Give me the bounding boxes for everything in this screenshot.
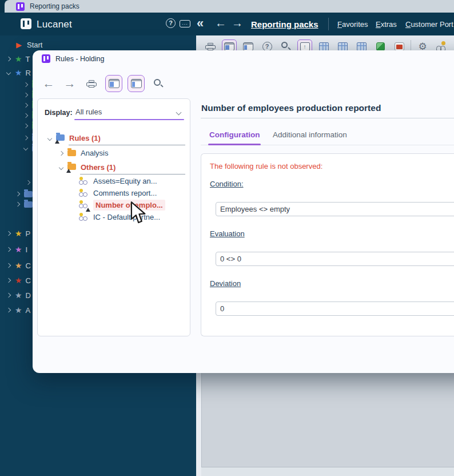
tab-additional-information[interactable]: Additional information — [273, 130, 347, 139]
menu-favorites[interactable]: Favorites — [337, 20, 368, 29]
menu-customer-portal-rest: ustomer Port — [411, 20, 453, 29]
dialog-print-button[interactable] — [83, 75, 100, 92]
chevron-right-icon[interactable] — [6, 293, 11, 298]
star-icon: ★ — [15, 245, 22, 253]
condition-input[interactable] — [216, 202, 454, 216]
tree-rule-ic-default[interactable]: IC - Default partne... — [38, 211, 190, 223]
chevron-right-icon[interactable] — [23, 82, 28, 87]
sidebar-item-label: I — [26, 245, 28, 254]
sidebar-item-r[interactable]: ★ R — [7, 68, 31, 78]
collapse-history-icon[interactable]: « — [197, 16, 204, 31]
rule-icon — [79, 213, 89, 221]
star-icon: ★ — [15, 261, 22, 269]
tree-node-label: Rules (1) — [69, 134, 101, 142]
forward-icon[interactable]: → — [232, 17, 243, 30]
menu-extras-rest: xtras — [381, 20, 397, 29]
chevron-right-icon[interactable] — [59, 150, 63, 155]
sidebar-item-t[interactable]: ★ T — [7, 54, 30, 64]
menu-extras[interactable]: Extras — [376, 20, 397, 29]
tab-configuration[interactable]: Configuration — [209, 130, 260, 139]
header-divider — [328, 18, 329, 30]
folder-icon — [24, 191, 33, 197]
chevron-down-icon[interactable] — [6, 70, 11, 75]
folder-warning-icon — [56, 134, 65, 142]
chevron-right-icon[interactable] — [23, 113, 28, 118]
mouse-cursor — [129, 201, 146, 228]
grid-icon — [319, 42, 329, 51]
gear-icon: ⚙ — [418, 42, 427, 51]
sidebar-item-c2[interactable]: ★ C — [7, 275, 31, 285]
sidebar-item-start[interactable]: ▶ Start — [16, 39, 42, 50]
sidebar-item-p[interactable]: ★ P — [7, 228, 30, 239]
current-page-link[interactable]: Reporting packs — [251, 19, 318, 29]
chevron-right-icon[interactable] — [6, 308, 11, 312]
menu-extras-initial: E — [376, 20, 381, 29]
display-value[interactable]: All rules — [75, 108, 102, 116]
chevron-right-icon[interactable] — [26, 180, 30, 185]
menu-customer-portal[interactable]: Customer Port — [405, 20, 453, 29]
layout-left-alt-icon — [243, 42, 253, 51]
display-filter[interactable]: Display: All rules — [45, 107, 184, 120]
sidebar-folder[interactable] — [16, 199, 33, 209]
sidebar-folder[interactable] — [16, 189, 33, 199]
rules-tree-panel: Display: All rules Rules (1) Analysis Ot… — [37, 98, 190, 336]
feedback-icon[interactable]: ... — [180, 20, 190, 27]
sidebar-item-i[interactable]: ★ I — [7, 244, 27, 255]
dialog-toolbar: ← → — [41, 72, 167, 96]
chevron-down-icon[interactable] — [59, 165, 63, 169]
tree-rule-label: Assets=Equity an... — [93, 177, 157, 185]
chevron-right-icon[interactable] — [6, 263, 11, 268]
chevron-right-icon[interactable] — [15, 202, 20, 207]
menu-favorites-initial: F — [337, 20, 342, 29]
back-icon[interactable]: ← — [215, 17, 226, 30]
window-tab[interactable]: Reporting packs — [5, 0, 454, 13]
tree-underline — [80, 174, 185, 174]
star-icon: ★ — [15, 229, 22, 237]
tree-node-analysis[interactable]: Analysis — [38, 147, 190, 159]
dialog-back-icon[interactable]: ← — [41, 77, 57, 90]
chevron-down-icon[interactable] — [23, 146, 28, 150]
grid-icon — [357, 42, 367, 51]
deviation-input[interactable] — [216, 302, 454, 316]
users-badge-icon — [436, 42, 447, 51]
chevron-right-icon[interactable] — [23, 136, 28, 140]
sidebar-item-c1[interactable]: ★ C — [7, 260, 31, 271]
dialog-layout-button-2[interactable] — [128, 75, 145, 92]
chevron-down-icon[interactable] — [47, 136, 52, 140]
tree-node-rules[interactable]: Rules (1) — [38, 132, 190, 144]
evaluation-input[interactable] — [216, 252, 454, 266]
chevron-right-icon[interactable] — [23, 93, 28, 97]
lucanet-logo-icon — [16, 2, 25, 11]
sidebar-item-label: T — [26, 55, 30, 64]
layout-left-icon — [224, 42, 234, 51]
table-view-icon: ↑ — [300, 42, 310, 51]
tree-rule-comments[interactable]: Comments report... — [38, 187, 190, 199]
dialog-title-bar[interactable]: Rules - Holding — [42, 54, 104, 63]
star-icon: ★ — [15, 69, 22, 77]
dialog-forward-icon[interactable]: → — [62, 77, 78, 90]
lucanet-brand-icon — [21, 18, 31, 29]
tree-rule-number-of-employees[interactable]: Number of emplo... — [38, 199, 190, 211]
tree-rule-assets[interactable]: Assets=Equity an... — [38, 175, 190, 187]
display-label: Display: — [45, 109, 73, 117]
chevron-right-icon[interactable] — [6, 231, 11, 236]
rule-configuration-panel: The following rule is not observed: Cond… — [201, 153, 454, 336]
chevron-down-icon[interactable] — [176, 110, 182, 116]
tree-node-others[interactable]: Others (1) — [38, 161, 190, 173]
chevron-right-icon[interactable] — [15, 192, 20, 196]
sidebar-item-label: P — [26, 229, 31, 238]
sidebar-item-d[interactable]: ★ D — [7, 290, 31, 300]
chevron-right-icon[interactable] — [23, 124, 28, 128]
sidebar-item-label: D — [26, 291, 31, 300]
help-icon[interactable]: ? — [166, 18, 176, 28]
sidebar-item-a[interactable]: ★ A — [7, 305, 30, 315]
chevron-right-icon[interactable] — [23, 103, 28, 108]
dialog-search-button[interactable] — [150, 75, 167, 92]
sidebar-folder[interactable] — [26, 177, 30, 188]
chevron-right-icon[interactable] — [6, 278, 11, 283]
chevron-right-icon[interactable] — [6, 247, 11, 252]
folder-icon — [67, 150, 76, 156]
chevron-right-icon[interactable] — [6, 57, 11, 61]
dialog-layout-button-1[interactable] — [105, 75, 122, 92]
star-icon: ★ — [15, 306, 22, 314]
